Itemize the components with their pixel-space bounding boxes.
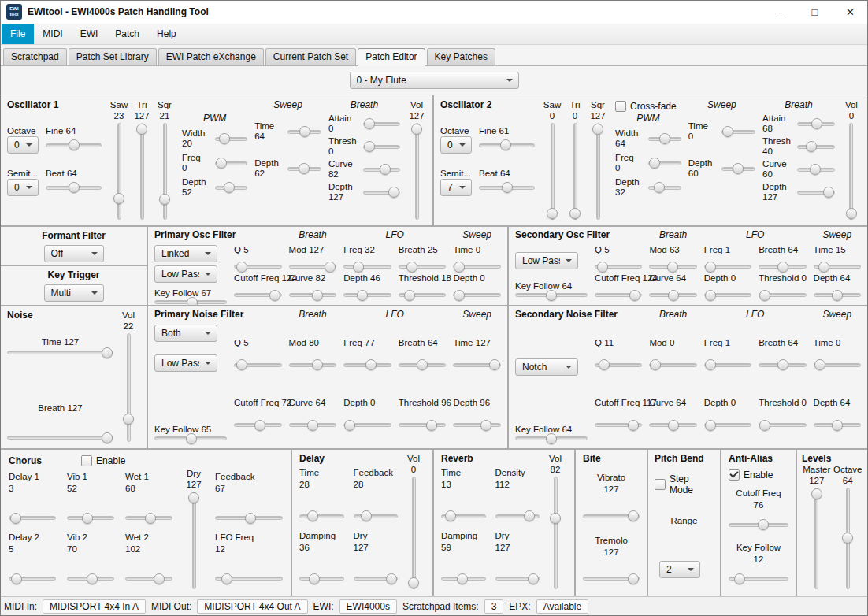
slider-thumb[interactable]	[649, 158, 660, 169]
slider-thumb[interactable]	[224, 182, 235, 193]
slider-thumb[interactable]	[777, 262, 788, 273]
slider-thumb[interactable]	[325, 262, 336, 273]
filter-combo-low-pass[interactable]: Low Pass	[154, 354, 217, 372]
slider-thumb[interactable]	[269, 290, 280, 301]
tab-key-patches[interactable]: Key Patches	[427, 48, 495, 65]
slider-track[interactable]	[9, 577, 56, 581]
slider-track[interactable]	[234, 363, 282, 367]
slider-track[interactable]	[595, 293, 642, 297]
slider-track[interactable]	[354, 577, 399, 581]
slider-thumb[interactable]	[546, 433, 557, 444]
slider-track[interactable]	[399, 265, 447, 269]
slider-track[interactable]	[117, 123, 121, 220]
slider-thumb[interactable]	[136, 124, 147, 135]
slider-track[interactable]	[289, 293, 337, 297]
slider-track[interactable]	[234, 423, 282, 427]
slider-thumb[interactable]	[219, 133, 230, 144]
slider-thumb[interactable]	[811, 118, 822, 129]
slider-track[interactable]	[343, 293, 391, 297]
slider-thumb[interactable]	[806, 141, 817, 152]
semitone-combo[interactable]: 0	[7, 179, 39, 196]
slider-thumb[interactable]	[353, 262, 364, 273]
slider-track[interactable]	[515, 436, 588, 440]
slider-track[interactable]	[287, 167, 321, 171]
slider-thumb[interactable]	[599, 359, 610, 370]
slider-thumb[interactable]	[705, 359, 716, 370]
slider-thumb[interactable]	[832, 290, 843, 301]
slider-track[interactable]	[649, 423, 696, 427]
slider-track[interactable]	[479, 186, 535, 190]
slider-thumb[interactable]	[546, 290, 557, 301]
slider-track[interactable]	[849, 123, 853, 220]
slider-track[interactable]	[453, 293, 501, 297]
slider-thumb[interactable]	[650, 359, 661, 370]
slider-thumb[interactable]	[188, 492, 199, 503]
slider-track[interactable]	[721, 167, 755, 171]
slider-track[interactable]	[215, 516, 283, 520]
slider-thumb[interactable]	[550, 513, 561, 524]
slider-thumb[interactable]	[102, 432, 113, 443]
step-mode-checkbox[interactable]: Step Mode	[655, 477, 714, 491]
slider-thumb[interactable]	[221, 573, 232, 584]
slider-track[interactable]	[649, 265, 696, 269]
slider-thumb[interactable]	[547, 208, 558, 219]
slider-track[interactable]	[163, 123, 167, 220]
slider-thumb[interactable]	[145, 513, 156, 524]
slider-thumb[interactable]	[705, 290, 716, 301]
slider-thumb[interactable]	[777, 359, 788, 370]
slider-thumb[interactable]	[380, 164, 391, 175]
slider-track[interactable]	[154, 300, 227, 304]
menu-file[interactable]: File	[2, 24, 34, 44]
slider-thumb[interactable]	[814, 359, 825, 370]
slider-thumb[interactable]	[569, 208, 581, 219]
slider-thumb[interactable]	[312, 359, 323, 370]
tab-ewi-patch-exchange[interactable]: EWI Patch eXchange	[158, 48, 264, 65]
crossfade-checkbox[interactable]: Cross-fade	[615, 99, 681, 113]
checkbox-unchecked-icon[interactable]	[655, 479, 666, 490]
slider-track[interactable]	[289, 363, 337, 367]
slider-track[interactable]	[299, 514, 344, 518]
slider-track[interactable]	[721, 130, 755, 134]
slider-thumb[interactable]	[528, 573, 539, 584]
filter-combo-both[interactable]: Both	[154, 325, 217, 342]
slider-track[interactable]	[289, 423, 337, 427]
slider-thumb[interactable]	[659, 133, 670, 144]
slider-thumb[interactable]	[818, 262, 829, 273]
slider-thumb[interactable]	[417, 359, 428, 370]
slider-thumb[interactable]	[629, 290, 640, 301]
slider-thumb[interactable]	[480, 420, 491, 431]
slider-thumb[interactable]	[667, 262, 678, 273]
slider-thumb[interactable]	[69, 182, 80, 193]
slider-track[interactable]	[154, 436, 227, 440]
slider-thumb[interactable]	[500, 139, 511, 150]
slider-track[interactable]	[46, 186, 102, 190]
slider-track[interactable]	[415, 123, 419, 220]
close-button[interactable]: ✕	[833, 0, 868, 24]
slider-track[interactable]	[343, 363, 391, 367]
slider-thumb[interactable]	[454, 290, 465, 301]
slider-thumb[interactable]	[842, 533, 853, 544]
anti-alias-enable-checkbox[interactable]: Enable	[729, 468, 788, 481]
menu-midi[interactable]: MIDI	[34, 24, 71, 44]
slider-track[interactable]	[704, 363, 751, 367]
slider-thumb[interactable]	[299, 126, 310, 137]
slider-thumb[interactable]	[186, 433, 197, 444]
slider-thumb[interactable]	[361, 510, 372, 521]
slider-track[interactable]	[125, 577, 172, 581]
slider-thumb[interactable]	[245, 513, 256, 524]
tab-patch-set-library[interactable]: Patch Set Library	[69, 48, 157, 65]
slider-track[interactable]	[729, 523, 788, 527]
slider-track[interactable]	[495, 514, 540, 518]
slider-thumb[interactable]	[312, 290, 323, 301]
slider-thumb[interactable]	[597, 262, 608, 273]
slider-track[interactable]	[399, 363, 447, 367]
slider-thumb[interactable]	[236, 359, 247, 370]
slider-thumb[interactable]	[113, 193, 124, 204]
filter-combo-notch[interactable]: Notch	[515, 358, 578, 376]
slider-track[interactable]	[797, 122, 835, 126]
slider-thumb[interactable]	[846, 208, 857, 219]
slider-thumb[interactable]	[159, 194, 170, 205]
slider-track[interactable]	[648, 161, 681, 165]
slider-thumb[interactable]	[628, 420, 639, 431]
slider-thumb[interactable]	[832, 420, 843, 431]
